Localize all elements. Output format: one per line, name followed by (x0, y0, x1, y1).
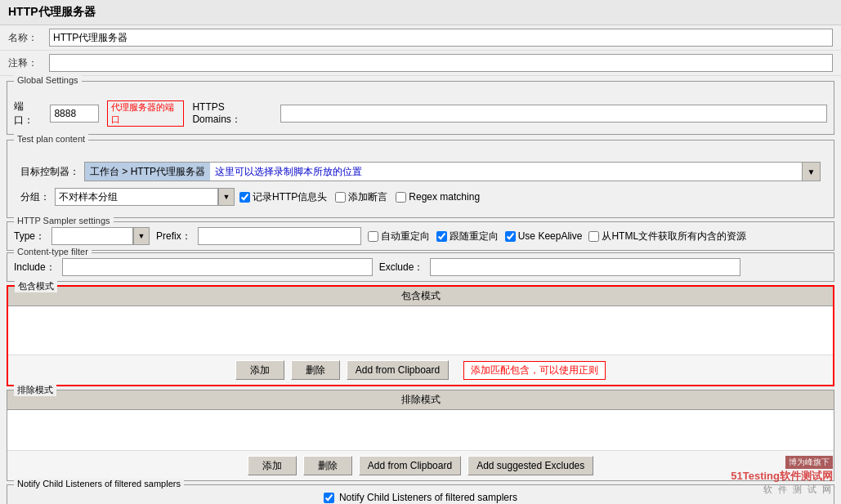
comment-label: 注释： (8, 56, 49, 70)
include-section: 包含模式 包含模式 添加 删除 Add from Clipboard 添加匹配包… (7, 285, 834, 386)
check-http-header-input[interactable] (239, 192, 250, 203)
watermark: 博为峰旗下 51Testing软件测试网 软 件 测 试 网 (731, 456, 833, 496)
watermark-sub: 软 件 测 试 网 (763, 484, 833, 494)
comment-input[interactable] (49, 54, 833, 72)
include-add-btn[interactable]: 添加 (235, 360, 284, 380)
check-assertion-input[interactable] (335, 192, 346, 203)
global-settings-section: Global Settings 端口： 代理服务器的端口 HTTPS Domai… (7, 81, 834, 135)
global-settings-row: 端口： 代理服务器的端口 HTTPS Domains： (14, 100, 827, 127)
check-auto-redirect: 自动重定向 (368, 230, 430, 243)
comment-row: 注释： (0, 51, 841, 76)
exclude-delete-btn[interactable]: 删除 (303, 456, 352, 475)
include-filter-input[interactable] (62, 258, 373, 276)
sampler-section: HTTP Sampler settings Type： ▼ Prefix： 自动… (7, 221, 834, 251)
include-mode-header: 包含模式 (8, 287, 833, 306)
group-dropdown-btn[interactable]: ▼ (218, 188, 235, 206)
include-tooltip: 添加匹配包含，可以使用正则 (463, 361, 606, 380)
target-controller-row: 目标控制器： 工作台 > HTTP代理服务器 这里可以选择录制脚本所放的位置 ▼ (14, 158, 827, 185)
exclude-add-btn[interactable]: 添加 (248, 456, 297, 475)
global-settings-legend: Global Settings (14, 75, 82, 85)
sampler-row: Type： ▼ Prefix： 自动重定向 跟随重定向 Use KeepAliv… (7, 222, 834, 250)
check-keepalive: Use KeepAlive (505, 230, 583, 242)
exclude-section: 排除模式 排除模式 添加 删除 Add from Clipboard Add s… (7, 390, 834, 481)
check-regex: Regex matching (396, 191, 480, 203)
exclude-clipboard-btn[interactable]: Add from Clipboard (359, 456, 461, 475)
check-regex-label: Regex matching (409, 191, 480, 203)
content-filter-legend: Content-type filter (14, 247, 92, 256)
check-auto-redirect-input[interactable] (368, 231, 378, 242)
check-regex-input[interactable] (396, 192, 406, 203)
watermark-top: 博为峰旗下 (785, 456, 833, 469)
test-plan-legend: Test plan content (14, 134, 88, 144)
check-follow-redirect-label: 跟随重定向 (450, 230, 499, 243)
page-wrapper: HTTP代理服务器 名称： 注释： Global Settings 端口： 代理… (0, 0, 841, 504)
test-plan-content: 目标控制器： 工作台 > HTTP代理服务器 这里可以选择录制脚本所放的位置 ▼… (7, 147, 834, 217)
exclude-suggested-btn[interactable]: Add suggested Excludes (467, 456, 593, 475)
group-options: 记录HTTP信息头 添加断言 Regex matching (239, 190, 480, 204)
exclude-filter-input[interactable] (430, 258, 740, 276)
check-html-resources: 从HTML文件获取所有内含的资源 (588, 230, 746, 243)
notify-legend: Notify Child Listeners of filtered sampl… (14, 479, 184, 488)
type-input[interactable] (51, 227, 133, 245)
port-input[interactable] (50, 105, 99, 123)
check-keepalive-input[interactable] (505, 231, 516, 242)
exclude-label: Exclude： (379, 261, 424, 274)
type-select-wrapper: ▼ (51, 227, 150, 245)
check-auto-redirect-label: 自动重定向 (381, 230, 430, 243)
check-follow-redirect: 跟随重定向 (436, 230, 499, 243)
check-http-header: 记录HTTP信息头 (239, 190, 327, 204)
include-delete-btn[interactable]: 删除 (291, 360, 340, 380)
target-hint: 这里可以选择录制脚本所放的位置 (210, 163, 802, 181)
port-tooltip: 代理服务器的端口 (107, 100, 184, 127)
exclude-mode-header: 排除模式 (7, 390, 834, 410)
check-assertion: 添加断言 (335, 190, 387, 204)
type-label: Type： (14, 230, 45, 243)
target-dropdown-arrow[interactable]: ▼ (802, 163, 820, 181)
filter-row: Include： Exclude： (7, 253, 834, 281)
https-label: HTTPS Domains： (192, 101, 271, 127)
exclude-mode-footer: 添加 删除 Add from Clipboard Add suggested E… (7, 451, 834, 480)
name-input[interactable] (49, 29, 833, 47)
content-filter-section: Content-type filter Include： Exclude： (7, 252, 834, 282)
include-mode-body (8, 306, 833, 355)
include-mode-legend: 包含模式 (15, 280, 57, 292)
check-http-header-label: 记录HTTP信息头 (253, 190, 327, 204)
check-html-resources-label: 从HTML文件获取所有内含的资源 (602, 230, 746, 243)
notify-section: Notify Child Listeners of filtered sampl… (7, 484, 834, 504)
test-plan-section: Test plan content 目标控制器： 工作台 > HTTP代理服务器… (7, 140, 834, 218)
include-clipboard-btn[interactable]: Add from Clipboard (347, 360, 449, 380)
group-row: 分组： ▼ 记录HTTP信息头 添加断言 R (14, 185, 827, 209)
port-label: 端口： (14, 100, 42, 127)
name-row: 名称： (0, 25, 841, 51)
prefix-input[interactable] (198, 227, 361, 245)
target-select-wrapper[interactable]: 工作台 > HTTP代理服务器 这里可以选择录制脚本所放的位置 ▼ (84, 162, 821, 181)
prefix-label: Prefix： (156, 230, 191, 243)
check-follow-redirect-input[interactable] (436, 231, 447, 242)
https-input[interactable] (280, 105, 827, 123)
target-label: 目标控制器： (20, 165, 79, 179)
check-keepalive-label: Use KeepAlive (518, 230, 583, 242)
exclude-mode-body (7, 410, 834, 451)
notify-label: Notify Child Listeners of filtered sampl… (339, 492, 517, 503)
exclude-mode-legend: 排除模式 (14, 384, 56, 396)
group-select-wrapper: ▼ (55, 188, 235, 206)
check-assertion-label: 添加断言 (348, 190, 387, 204)
check-html-resources-input[interactable] (588, 231, 599, 242)
sampler-legend: HTTP Sampler settings (14, 216, 114, 225)
group-input[interactable] (55, 188, 218, 206)
watermark-main: 51Testing软件测试网 (731, 470, 833, 482)
page-title: HTTP代理服务器 (0, 0, 841, 25)
include-label: Include： (14, 261, 56, 274)
group-label: 分组： (20, 190, 50, 204)
name-label: 名称： (8, 31, 49, 45)
type-dropdown-btn[interactable]: ▼ (133, 227, 150, 245)
include-mode-footer: 添加 删除 Add from Clipboard 添加匹配包含，可以使用正则 (8, 355, 833, 385)
target-value: 工作台 > HTTP代理服务器 (85, 163, 210, 181)
notify-checkbox[interactable] (324, 493, 334, 503)
global-settings-content: 端口： 代理服务器的端口 HTTPS Domains： (7, 88, 834, 134)
